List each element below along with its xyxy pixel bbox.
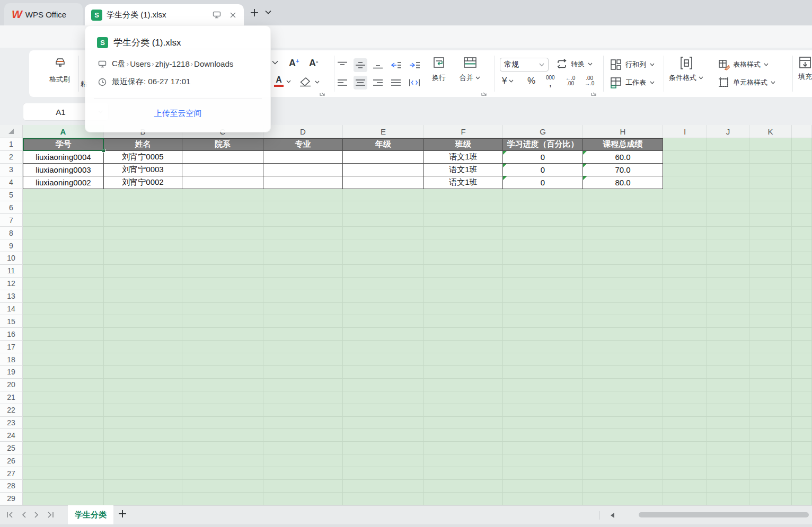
- table-header-cell[interactable]: 班级: [424, 138, 503, 151]
- sheet-cell[interactable]: [23, 265, 104, 278]
- sheet-cell[interactable]: [424, 404, 503, 417]
- sheet-cell[interactable]: [23, 189, 104, 202]
- sheet-cell[interactable]: [424, 493, 503, 505]
- align-top-icon[interactable]: [337, 59, 348, 71]
- sheet-cell[interactable]: [23, 417, 104, 430]
- sheet-cell[interactable]: [263, 315, 343, 328]
- table-data-cell[interactable]: 0: [503, 151, 583, 164]
- row-header[interactable]: 13: [0, 290, 23, 303]
- row-header[interactable]: 6: [0, 201, 23, 214]
- table-data-cell[interactable]: [343, 164, 424, 176]
- row-header[interactable]: 17: [0, 341, 23, 353]
- sheet-cell[interactable]: [263, 454, 343, 467]
- cell-style-button[interactable]: 单元格样式: [718, 77, 775, 88]
- sheet-cell[interactable]: [503, 366, 583, 379]
- sheet-cell[interactable]: [792, 138, 812, 151]
- sheet-cell[interactable]: [707, 214, 749, 227]
- sheet-cell[interactable]: [23, 252, 104, 265]
- close-tab-icon[interactable]: [227, 9, 239, 21]
- number-dialog-launcher-icon[interactable]: [591, 91, 596, 96]
- sheet-cell[interactable]: [424, 278, 503, 290]
- table-data-cell[interactable]: 刘宵宁0003: [104, 164, 182, 176]
- sheet-cell[interactable]: [343, 429, 424, 442]
- sheet-cell[interactable]: [182, 442, 263, 454]
- sheet-cell[interactable]: [263, 239, 343, 252]
- sheet-cell[interactable]: [424, 353, 503, 366]
- sheet-cell[interactable]: [424, 303, 503, 316]
- sheet-cell[interactable]: [23, 328, 104, 341]
- column-header[interactable]: [792, 125, 812, 138]
- sheet-cell[interactable]: [503, 341, 583, 353]
- sheet-cell[interactable]: [792, 366, 812, 379]
- sheet-cell[interactable]: [707, 252, 749, 265]
- table-header-cell[interactable]: 姓名: [104, 138, 182, 151]
- row-header[interactable]: 10: [0, 252, 23, 265]
- sheet-cell[interactable]: [663, 442, 707, 454]
- sheet-cell[interactable]: [104, 239, 182, 252]
- sheet-cell[interactable]: [663, 467, 707, 480]
- sheet-cell[interactable]: [182, 265, 263, 278]
- sheet-cell[interactable]: [707, 493, 749, 505]
- sheet-cell[interactable]: [343, 227, 424, 239]
- sheet-cell[interactable]: [182, 214, 263, 227]
- sheet-cell[interactable]: [749, 480, 792, 493]
- sheet-cell[interactable]: [104, 290, 182, 303]
- sheet-cell[interactable]: [104, 429, 182, 442]
- sheet-cell[interactable]: [23, 278, 104, 290]
- column-header[interactable]: I: [663, 125, 707, 138]
- sheet-cell[interactable]: [707, 189, 749, 202]
- sheet-cell[interactable]: [663, 164, 707, 176]
- sheet-cell[interactable]: [583, 315, 663, 328]
- sheet-cell[interactable]: [583, 303, 663, 316]
- sheet-cell[interactable]: [503, 493, 583, 505]
- sheet-cell[interactable]: [707, 442, 749, 454]
- row-header[interactable]: 4: [0, 176, 23, 189]
- table-data-cell[interactable]: 80.0: [583, 176, 663, 189]
- sheet-cell[interactable]: [182, 189, 263, 202]
- sheet-cell[interactable]: [749, 201, 792, 214]
- sheet-cell[interactable]: [182, 417, 263, 430]
- sheet-cell[interactable]: [104, 303, 182, 316]
- sheet-cell[interactable]: [503, 442, 583, 454]
- sheet-cell[interactable]: [263, 467, 343, 480]
- sheet-cell[interactable]: [182, 303, 263, 316]
- sheet-cell[interactable]: [343, 391, 424, 404]
- row-header[interactable]: 29: [0, 493, 23, 505]
- table-header-cell[interactable]: 院系: [182, 138, 263, 151]
- sheet-cell[interactable]: [749, 290, 792, 303]
- sheet-cell[interactable]: [23, 391, 104, 404]
- row-header[interactable]: 8: [0, 227, 23, 239]
- font-size-chevron-icon[interactable]: [272, 60, 278, 65]
- sheet-cell[interactable]: [749, 278, 792, 290]
- sheet-cell[interactable]: [749, 341, 792, 353]
- table-data-cell[interactable]: 60.0: [583, 151, 663, 164]
- sheet-cell[interactable]: [263, 404, 343, 417]
- sheet-cell[interactable]: [663, 353, 707, 366]
- sheet-cell[interactable]: [792, 227, 812, 239]
- sheet-cell[interactable]: [583, 467, 663, 480]
- sheet-cell[interactable]: [424, 454, 503, 467]
- row-header[interactable]: 21: [0, 391, 23, 404]
- sheet-cell[interactable]: [503, 480, 583, 493]
- worksheet-button[interactable]: 工作表: [610, 77, 655, 88]
- sheet-cell[interactable]: [707, 278, 749, 290]
- column-header[interactable]: F: [424, 125, 503, 138]
- sheet-cell[interactable]: [583, 404, 663, 417]
- alignment-dialog-launcher-icon[interactable]: [481, 91, 487, 96]
- sheet-cell[interactable]: [503, 429, 583, 442]
- sheet-cell[interactable]: [583, 429, 663, 442]
- sheet-cell[interactable]: [792, 493, 812, 505]
- sheet-cell[interactable]: [749, 442, 792, 454]
- sheet-cell[interactable]: [343, 239, 424, 252]
- sheet-cell[interactable]: [583, 341, 663, 353]
- sheet-cell[interactable]: [663, 189, 707, 202]
- sheet-cell[interactable]: [343, 303, 424, 316]
- table-data-cell[interactable]: 语文1班: [424, 151, 503, 164]
- first-sheet-icon[interactable]: [6, 512, 14, 518]
- row-header[interactable]: 16: [0, 328, 23, 341]
- sheet-cell[interactable]: [104, 404, 182, 417]
- sheet-cell[interactable]: [104, 417, 182, 430]
- sheet-cell[interactable]: [583, 417, 663, 430]
- sheet-cell[interactable]: [503, 239, 583, 252]
- sheet-cell[interactable]: [23, 379, 104, 391]
